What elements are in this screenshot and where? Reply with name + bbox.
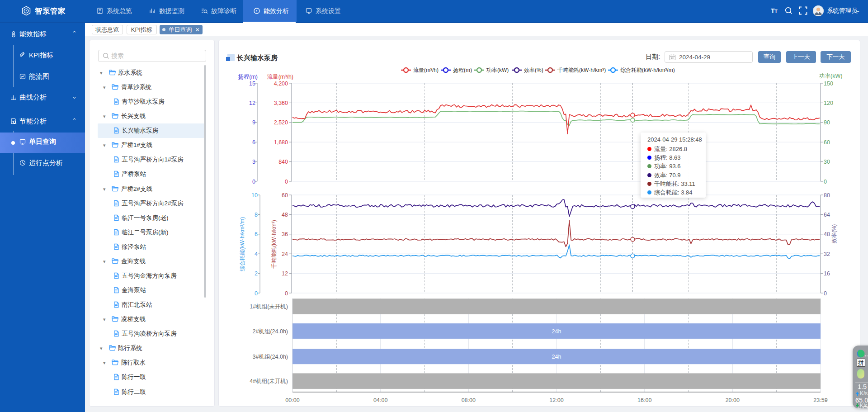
svg-text:K/s: K/s (860, 403, 868, 408)
svg-text:16: 16 (824, 270, 830, 277)
svg-text:9: 9 (252, 119, 255, 126)
svg-text:04:00: 04:00 (373, 397, 387, 403)
svg-text:30: 30 (824, 159, 830, 165)
svg-text:3,360: 3,360 (274, 100, 288, 106)
svg-text:24h: 24h (552, 328, 561, 335)
svg-text:4: 4 (255, 251, 258, 257)
svg-text:1.5: 1.5 (858, 383, 867, 390)
svg-text:20:00: 20:00 (726, 397, 740, 403)
svg-text:840: 840 (278, 159, 288, 165)
svg-text:3#机组(24.0h): 3#机组(24.0h) (252, 354, 288, 360)
svg-text:15: 15 (249, 81, 255, 87)
svg-text:60: 60 (282, 192, 288, 199)
svg-text:2#机组(24.0h): 2#机组(24.0h) (252, 328, 288, 335)
svg-text:12: 12 (249, 100, 255, 106)
svg-text:48: 48 (824, 231, 830, 237)
svg-text:32: 32 (824, 251, 830, 257)
svg-text:6: 6 (255, 231, 258, 237)
svg-text:12: 12 (282, 270, 288, 277)
svg-text:60: 60 (824, 139, 830, 146)
svg-text:千吨能耗(kW·h/km³): 千吨能耗(kW·h/km³) (271, 220, 277, 268)
svg-text:12:00: 12:00 (549, 397, 563, 403)
svg-text:效率(%): 效率(%) (831, 224, 837, 244)
svg-text:10: 10 (251, 192, 258, 199)
svg-text:64: 64 (824, 212, 830, 218)
svg-text:90: 90 (824, 119, 830, 126)
svg-text:00:00: 00:00 (285, 397, 299, 403)
svg-text:扬程(m): 扬程(m) (453, 67, 472, 73)
svg-text:效率(%): 效率(%) (524, 67, 543, 73)
svg-text:6: 6 (252, 139, 255, 146)
svg-text:08:00: 08:00 (462, 397, 476, 403)
svg-text:23:59: 23:59 (813, 397, 827, 403)
svg-text:流量(m³/h): 流量(m³/h) (267, 74, 293, 80)
svg-text:2: 2 (255, 270, 258, 277)
svg-text:流量(m³/h): 流量(m³/h) (413, 67, 439, 73)
svg-text:8: 8 (255, 212, 258, 218)
svg-text:4#机组(未开机): 4#机组(未开机) (250, 378, 288, 384)
svg-text:48: 48 (282, 212, 288, 218)
svg-text:24: 24 (282, 251, 288, 257)
svg-text:千吨能耗(kW·h/km³): 千吨能耗(kW·h/km³) (557, 67, 606, 73)
svg-text:0: 0 (285, 179, 288, 185)
svg-text:2,520: 2,520 (274, 119, 288, 126)
svg-text:功率(kW): 功率(kW) (819, 73, 842, 79)
svg-text:拼: 拼 (858, 360, 864, 366)
svg-text:综合耗能(kW·h/km³/m): 综合耗能(kW·h/km³/m) (620, 67, 675, 73)
svg-text:0: 0 (824, 290, 827, 297)
svg-text:0: 0 (255, 290, 258, 297)
svg-text:功率(kW): 功率(kW) (486, 67, 509, 73)
svg-text:16:00: 16:00 (637, 397, 651, 403)
svg-text:150: 150 (824, 81, 833, 87)
svg-text:3: 3 (252, 159, 255, 165)
svg-text:24h: 24h (552, 354, 561, 360)
svg-text:4,200: 4,200 (274, 81, 288, 87)
svg-text:1#机组(未开机): 1#机组(未开机) (250, 303, 288, 310)
svg-text:0: 0 (824, 179, 827, 185)
svg-text:0: 0 (285, 290, 288, 297)
svg-text:扬程(m): 扬程(m) (238, 74, 258, 80)
svg-text:120: 120 (824, 100, 833, 106)
svg-text:36: 36 (282, 231, 288, 237)
svg-text:80: 80 (824, 192, 830, 199)
svg-text:综合耗能(kW·h/km³/m): 综合耗能(kW·h/km³/m) (239, 217, 245, 272)
svg-text:0: 0 (252, 179, 255, 185)
svg-text:K/s: K/s (860, 390, 868, 397)
svg-text:1,680: 1,680 (274, 139, 288, 146)
